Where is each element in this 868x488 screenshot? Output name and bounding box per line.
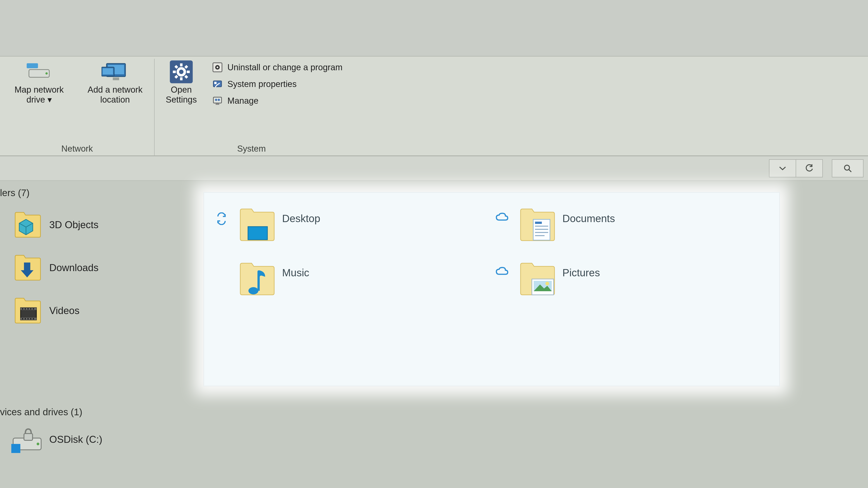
documents-folder-icon <box>516 205 557 244</box>
map-network-drive-button[interactable]: Map network drive ▾ <box>4 59 74 105</box>
ribbon: Map network drive ▾ Add a network locati… <box>0 57 868 156</box>
spotlight-panel: Desktop <box>204 192 780 386</box>
properties-icon <box>212 78 223 90</box>
folder-label: Desktop <box>282 205 320 225</box>
svg-rect-60 <box>24 433 33 440</box>
add-network-location-icon <box>101 61 129 83</box>
ribbon-group-label-network: Network <box>0 144 154 154</box>
open-settings-button[interactable]: Open Settings <box>159 59 204 105</box>
svg-point-57 <box>546 282 549 285</box>
svg-rect-41 <box>22 318 23 320</box>
folder-label: Pictures <box>562 260 600 279</box>
svg-rect-22 <box>214 82 217 84</box>
svg-point-25 <box>215 99 217 101</box>
svg-point-1 <box>45 72 48 74</box>
svg-point-53 <box>248 287 258 294</box>
svg-rect-5 <box>113 77 119 80</box>
svg-point-59 <box>37 443 39 445</box>
svg-rect-46 <box>248 227 268 240</box>
add-network-location-label: Add a network location <box>80 85 150 105</box>
window-titlebar <box>0 0 868 57</box>
svg-rect-31 <box>24 263 30 270</box>
gear-icon <box>168 61 195 83</box>
ribbon-group-network: Map network drive ▾ Add a network locati… <box>0 59 155 156</box>
drive-osdisk[interactable]: OSDisk (C:) <box>0 422 102 456</box>
address-bar <box>0 156 868 181</box>
svg-rect-37 <box>25 308 26 310</box>
folder-label: Videos <box>49 305 80 316</box>
svg-rect-61 <box>11 444 20 453</box>
folder-label: Documents <box>562 205 615 225</box>
folders-column: lers (7) 3D Objects <box>0 185 204 332</box>
svg-rect-43 <box>27 318 29 320</box>
svg-rect-45 <box>33 318 34 320</box>
svg-point-20 <box>217 66 218 68</box>
svg-rect-36 <box>22 308 23 310</box>
uninstall-icon <box>212 61 223 73</box>
manage-icon <box>212 95 223 107</box>
folder-desktop[interactable]: Desktop <box>213 205 479 244</box>
folders-header: lers (7) <box>0 185 204 203</box>
svg-rect-24 <box>216 103 219 105</box>
devices-section: vices and drives (1) OSDisk (C:) <box>0 404 102 456</box>
film-icon <box>11 295 43 326</box>
map-network-drive-label: Map network drive ▾ <box>4 85 74 105</box>
folder-label: Music <box>282 260 309 279</box>
svg-rect-7 <box>103 68 113 74</box>
desktop-folder-icon <box>236 205 277 244</box>
add-network-location-button[interactable]: Add a network location <box>80 59 150 105</box>
drive-label: OSDisk (C:) <box>49 434 102 445</box>
refresh-button[interactable] <box>796 159 823 177</box>
folder-pictures[interactable]: Pictures <box>493 260 760 298</box>
ribbon-group-label-system: System <box>155 144 348 154</box>
uninstall-program-button[interactable]: Uninstall or change a program <box>210 60 344 74</box>
svg-line-15 <box>185 76 187 78</box>
svg-line-16 <box>176 76 178 78</box>
system-properties-button[interactable]: System properties <box>210 77 344 91</box>
devices-header: vices and drives (1) <box>0 404 102 422</box>
drive-icon <box>11 424 43 455</box>
svg-line-17 <box>185 66 187 68</box>
svg-line-28 <box>849 169 851 172</box>
manage-button[interactable]: Manage <box>210 94 344 108</box>
svg-rect-44 <box>30 318 31 320</box>
cube-icon <box>11 209 43 240</box>
svg-rect-38 <box>27 308 29 310</box>
svg-rect-40 <box>33 308 34 310</box>
cloud-icon <box>493 260 511 276</box>
folder-label: Downloads <box>49 262 98 273</box>
content-pane: lers (7) 3D Objects <box>0 181 868 488</box>
open-settings-label: Open Settings <box>159 85 204 105</box>
folder-3d-objects[interactable]: 3D Objects <box>0 203 204 246</box>
svg-rect-2 <box>27 63 38 68</box>
network-drive-icon <box>26 61 53 83</box>
system-properties-label: System properties <box>227 79 297 89</box>
folder-documents[interactable]: Documents <box>493 205 760 244</box>
status-empty <box>213 260 230 267</box>
search-button[interactable] <box>832 159 864 177</box>
sync-icon <box>213 205 230 225</box>
pictures-folder-icon <box>516 260 557 298</box>
ribbon-group-system: Open Settings Uninstall or change a prog… <box>155 59 348 156</box>
manage-label: Manage <box>227 96 258 106</box>
uninstall-program-label: Uninstall or change a program <box>227 63 342 72</box>
svg-line-14 <box>176 66 178 68</box>
download-icon <box>11 252 43 284</box>
svg-rect-23 <box>213 97 221 103</box>
folder-label: 3D Objects <box>49 219 98 230</box>
svg-point-27 <box>844 165 849 170</box>
music-folder-icon <box>236 260 277 298</box>
svg-point-26 <box>218 99 220 101</box>
history-dropdown-button[interactable] <box>769 159 796 177</box>
folder-videos[interactable]: Videos <box>0 289 204 332</box>
folder-music[interactable]: Music <box>213 260 479 298</box>
svg-rect-48 <box>535 222 542 224</box>
svg-rect-42 <box>25 318 26 320</box>
cloud-icon <box>493 205 511 222</box>
folder-downloads[interactable]: Downloads <box>0 246 204 289</box>
svg-rect-39 <box>30 308 31 310</box>
